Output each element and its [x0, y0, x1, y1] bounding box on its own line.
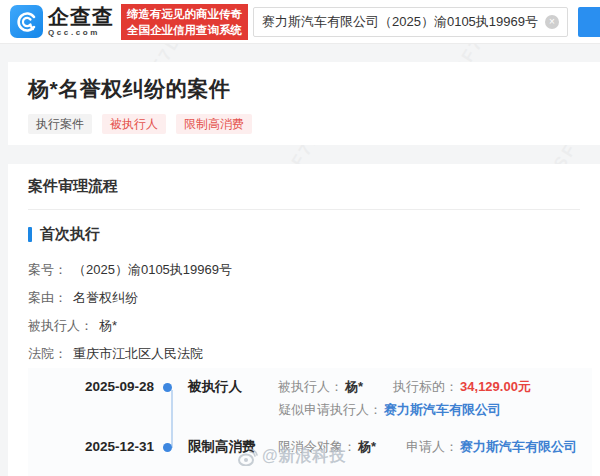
field-court: 法院： 重庆市江北区人民法院	[28, 340, 580, 368]
timeline-dot-icon	[163, 443, 172, 452]
execution-amount: 34,129.00元	[460, 379, 531, 394]
detail-pair: 执行标的：34,129.00元	[393, 378, 531, 396]
search-button[interactable]	[578, 7, 600, 37]
field-value: 名誉权纠纷	[73, 284, 138, 312]
case-timeline: 2025-09-28 被执行人 被执行人：杨* 执行标的：34,129.00元 …	[28, 368, 592, 476]
detail-label: 被执行人：	[278, 379, 343, 394]
logo-text: 企查查 Qcc.com	[48, 6, 114, 37]
slogan-badge: 缔造有远见的商业传奇 全国企业信用查询系统	[121, 4, 248, 40]
detail-pair: 被执行人：杨*	[278, 378, 363, 396]
detail-line: 限消令对象：杨* 申请人：赛力斯汽车有限公司	[278, 438, 592, 456]
subsection-title: 首次执行	[40, 225, 100, 244]
blue-bar-marker	[28, 227, 32, 242]
section-divider	[28, 209, 580, 210]
detail-label: 执行标的：	[393, 379, 458, 394]
detail-label: 限消令对象：	[278, 439, 356, 454]
section-title: 案件审理流程	[28, 177, 580, 209]
search-box[interactable]: ×	[253, 7, 568, 37]
logo-name: 企查查	[48, 6, 114, 27]
qcc-logo[interactable]: 企查查 Qcc.com	[10, 5, 114, 38]
logo-domain: Qcc.com	[48, 28, 100, 37]
detail-label: 疑似申请执行人：	[278, 402, 382, 417]
slogan-line2: 全国企业信用查询系统	[127, 22, 242, 38]
detail-line: 被执行人：杨* 执行标的：34,129.00元	[278, 378, 592, 396]
field-cause-of-action: 案由： 名誉权纠纷	[28, 284, 580, 312]
tag-execution-case[interactable]: 执行案件	[28, 114, 92, 134]
case-fields: 案号： （2025）渝0105执19969号 案由： 名誉权纠纷 被执行人： 杨…	[28, 256, 580, 368]
timeline-event-title: 限制高消费	[188, 438, 278, 456]
detail-pair: 申请人：赛力斯汽车有限公司	[406, 438, 577, 456]
page-title: 杨*名誉权纠纷的案件	[28, 75, 580, 103]
case-header-card: 杨*名誉权纠纷的案件 执行案件 被执行人 限制高消费	[8, 62, 600, 145]
timeline-event-title: 被执行人	[188, 378, 278, 396]
timeline-date: 2025-09-28	[28, 378, 154, 396]
timeline-entry-execution: 2025-09-28 被执行人 被执行人：杨* 执行标的：34,129.00元 …	[28, 378, 592, 424]
timeline-dot-icon	[163, 383, 172, 392]
timeline-details: 被执行人：杨* 执行标的：34,129.00元 疑似申请执行人：赛力斯汽车有限公…	[278, 378, 592, 424]
field-value: （2025）渝0105执19969号	[73, 256, 232, 284]
slogan-line1: 缔造有远见的商业传奇	[127, 6, 242, 22]
detail-line: 疑似申请执行人：赛力斯汽车有限公司	[278, 401, 592, 419]
detail-pair: 疑似申请执行人：赛力斯汽车有限公司	[278, 401, 501, 419]
detail-value: 杨*	[345, 379, 363, 394]
field-label: 案由：	[28, 284, 67, 312]
field-executed-person: 被执行人： 杨*	[28, 312, 580, 340]
tag-person-subject-to-execution[interactable]: 被执行人	[102, 114, 166, 134]
tag-consumption-restriction[interactable]: 限制高消费	[176, 114, 252, 134]
detail-label: 申请人：	[406, 439, 458, 454]
applicant-company-link[interactable]: 赛力斯汽车有限公司	[384, 402, 501, 417]
subsection-header: 首次执行	[28, 225, 580, 244]
field-label: 法院：	[28, 340, 67, 368]
qcc-logo-icon	[10, 5, 43, 38]
detail-value: 杨*	[358, 439, 376, 454]
search-input[interactable]	[262, 15, 545, 30]
field-label: 被执行人：	[28, 312, 93, 340]
timeline-details: 限消令对象：杨* 申请人：赛力斯汽车有限公司	[278, 438, 592, 461]
field-label: 案号：	[28, 256, 67, 284]
detail-pair: 限消令对象：杨*	[278, 438, 376, 456]
applicant-company-link[interactable]: 赛力斯汽车有限公司	[460, 439, 577, 454]
timeline-date: 2025-12-31	[28, 438, 154, 456]
field-value: 杨*	[99, 312, 117, 340]
clear-search-icon[interactable]: ×	[545, 15, 559, 29]
field-case-number: 案号： （2025）渝0105执19969号	[28, 256, 580, 284]
field-value: 重庆市江北区人民法院	[73, 340, 203, 368]
case-tags: 执行案件 被执行人 限制高消费	[28, 114, 580, 134]
timeline-entry-consumption-restriction: 2025-12-31 限制高消费 限消令对象：杨* 申请人：赛力斯汽车有限公司	[28, 438, 592, 461]
qcc-spiral-icon	[15, 10, 39, 34]
